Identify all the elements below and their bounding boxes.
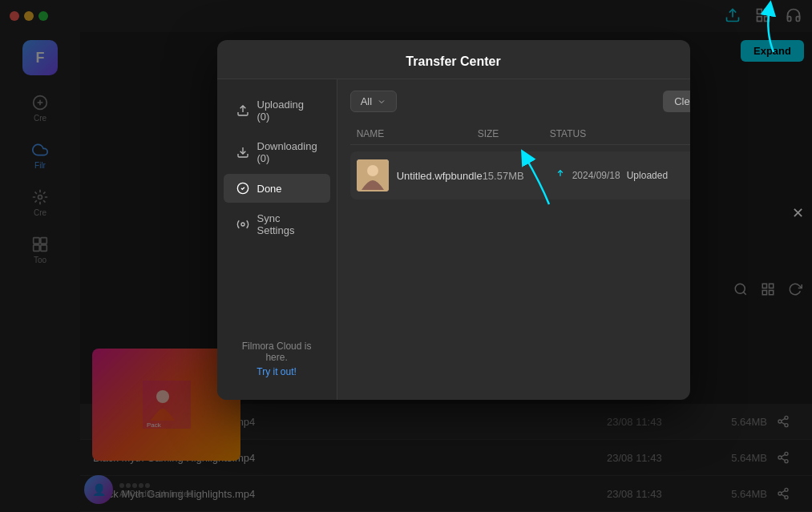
promo-text: Filmora Cloud is here. [242, 341, 312, 363]
transfer-center-modal: Transfer Center Uploading (0) Downloadin… [217, 40, 690, 400]
nav-done-label: Done [257, 183, 282, 195]
upload-status-icon [555, 169, 566, 183]
nav-downloading[interactable]: Downloading (0) [224, 132, 330, 172]
file-entry-name: Untitled.wfpbundle [397, 170, 483, 182]
svg-point-43 [367, 165, 378, 176]
file-entry-status: 2024/09/18 Uploaded [555, 169, 690, 183]
clear-all-button[interactable]: Clear All [663, 91, 689, 112]
table-header: NAME SIZE STATUS [350, 123, 690, 145]
modal-title: Transfer Center [217, 40, 690, 79]
cloud-promo: Filmora Cloud is here. Try it out! [217, 328, 337, 390]
nav-uploading[interactable]: Uploading (0) [224, 91, 330, 131]
col-name-header: NAME [357, 128, 478, 139]
modal-sidebar: Uploading (0) Downloading (0) Done Sync … [217, 79, 337, 400]
panel-close-button[interactable]: ✕ [792, 204, 804, 222]
promo-link[interactable]: Try it out! [230, 366, 324, 377]
nav-uploading-label: Uploading (0) [257, 99, 317, 123]
file-thumbnail [357, 159, 389, 191]
modal-filters: All Clear All [350, 91, 690, 112]
filter-dropdown[interactable]: All [350, 91, 397, 112]
col-status-header: STATUS [550, 128, 690, 139]
nav-sync-settings[interactable]: Sync Settings [224, 204, 330, 244]
file-entry: Untitled.wfpbundle 15.57MB 2024/09/18 Up… [350, 151, 690, 200]
svg-point-41 [241, 223, 244, 226]
nav-downloading-label: Downloading (0) [257, 140, 317, 164]
modal-main-content: All Clear All NAME SIZE STATUS [337, 79, 690, 400]
filter-selected: All [361, 95, 372, 107]
file-status-date: 2024/09/18 [572, 170, 620, 181]
col-size-header: SIZE [478, 128, 550, 139]
nav-done[interactable]: Done [224, 174, 330, 203]
modal-body: Uploading (0) Downloading (0) Done Sync … [217, 79, 690, 400]
file-entry-size: 15.57MB [483, 170, 555, 182]
nav-sync-label: Sync Settings [257, 212, 317, 236]
file-status-badge: Uploaded [627, 170, 668, 181]
